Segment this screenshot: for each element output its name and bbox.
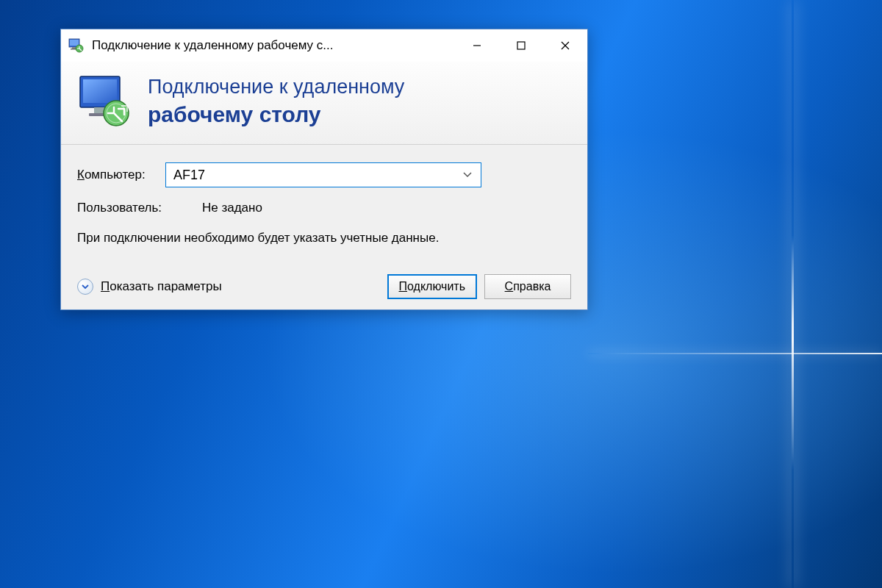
light-effect	[588, 353, 882, 354]
expand-down-icon	[77, 279, 93, 295]
dialog-body: Компьютер: Пользователь: Не задано При п…	[61, 145, 587, 309]
header-line2: рабочему столу	[148, 100, 404, 129]
svg-rect-6	[517, 42, 525, 49]
footer-buttons: Подключить Справка	[387, 274, 571, 299]
computer-label: Компьютер:	[77, 168, 165, 182]
user-value: Не задано	[202, 201, 262, 215]
help-button[interactable]: Справка	[484, 274, 571, 299]
svg-rect-1	[70, 40, 79, 46]
minimize-button[interactable]	[455, 29, 499, 62]
computer-row: Компьютер:	[77, 162, 571, 187]
close-button[interactable]	[543, 29, 587, 62]
header-line1: Подключение к удаленному	[148, 74, 404, 100]
header-text: Подключение к удаленному рабочему столу	[148, 74, 404, 129]
show-options-label: Показать параметры	[101, 279, 222, 294]
rdp-large-icon	[76, 72, 135, 131]
show-options-toggle[interactable]: Показать параметры	[77, 279, 222, 295]
credentials-info: При подключении необходимо будет указать…	[77, 229, 571, 248]
window-title: Подключение к удаленному рабочему с...	[92, 38, 455, 53]
titlebar[interactable]: Подключение к удаленному рабочему с...	[61, 29, 587, 62]
user-row: Пользователь: Не задано	[77, 201, 571, 215]
header-banner: Подключение к удаленному рабочему столу	[61, 62, 587, 145]
chevron-down-icon[interactable]	[460, 168, 475, 182]
svg-rect-10	[83, 79, 117, 103]
connect-button[interactable]: Подключить	[387, 274, 477, 299]
window-controls	[455, 29, 587, 62]
computer-combobox[interactable]	[165, 162, 481, 187]
light-effect	[792, 0, 794, 588]
rdp-app-icon	[68, 37, 85, 54]
user-label: Пользователь:	[77, 201, 202, 215]
computer-input[interactable]	[173, 168, 460, 183]
maximize-button[interactable]	[499, 29, 543, 62]
rdp-window: Подключение к удаленному рабочему с...	[60, 29, 588, 310]
footer-row: Показать параметры Подключить Справка	[77, 268, 571, 299]
